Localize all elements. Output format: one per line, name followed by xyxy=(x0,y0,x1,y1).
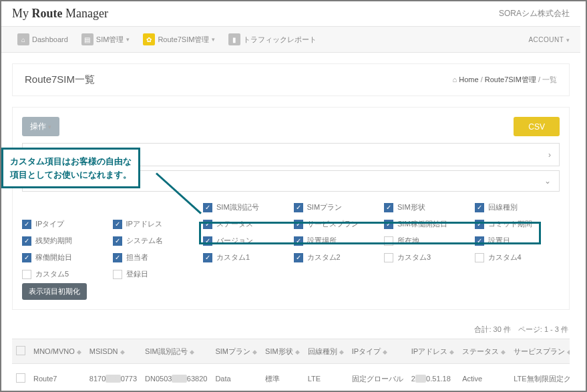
chevron-right-icon: › xyxy=(548,150,551,160)
table-header-2[interactable]: MSISDN ◆ xyxy=(85,339,141,364)
table-header-3[interactable]: SIM識別記号 ◆ xyxy=(141,339,211,364)
chevron-down-icon: ▾ xyxy=(566,37,570,43)
select-all-checkbox[interactable] xyxy=(16,346,25,355)
column-checkbox-10[interactable]: ✓SIM稼働開始日 xyxy=(384,219,469,229)
checkbox-label: IPタイプ xyxy=(35,219,64,229)
column-checkbox-17[interactable]: ✓設置日 xyxy=(475,236,560,246)
sort-icon: ◆ xyxy=(383,349,387,355)
checkbox-label: カスタム3 xyxy=(397,252,431,262)
column-checkbox-12[interactable]: ✓残契約期間 xyxy=(22,236,108,246)
row-checkbox[interactable] xyxy=(16,373,25,383)
chevron-down-icon: ⌄ xyxy=(544,176,551,186)
sort-icon: ◆ xyxy=(567,349,570,355)
table-header-9[interactable]: ステータス ◆ xyxy=(458,339,510,364)
cell-mno: Route7 xyxy=(29,364,85,391)
checkbox-icon: ✓ xyxy=(203,253,212,262)
column-checkbox-8[interactable]: ✓ステータス xyxy=(203,219,288,229)
chevron-down-icon: ▾ xyxy=(48,124,51,130)
checkbox-label: バージョン xyxy=(216,236,253,246)
checkbox-label: 登録日 xyxy=(126,269,148,279)
cell-simid: DN050300063820 xyxy=(141,364,211,391)
column-checkbox-20[interactable]: ✓カスタム1 xyxy=(203,252,288,262)
nav-icon: ✿ xyxy=(143,33,155,45)
sort-icon: ◆ xyxy=(449,349,454,355)
column-checkbox-4[interactable]: ✓SIM形状 xyxy=(384,202,469,212)
column-checkbox-24[interactable]: カスタム5 xyxy=(22,269,108,279)
column-checkbox-18[interactable]: ✓稼働開始日 xyxy=(22,252,108,262)
account-menu[interactable]: ACCOUNT ▾ xyxy=(528,36,570,43)
checkbox-label: 所在地 xyxy=(397,236,419,246)
table-header-5[interactable]: SIM形状 ◆ xyxy=(261,339,304,364)
column-checkbox-23[interactable]: カスタム4 xyxy=(475,252,560,262)
breadcrumb-mid[interactable]: Route7SIM管理 xyxy=(485,75,536,83)
company-name: SORAシム株式会社 xyxy=(499,8,570,19)
column-checkbox-15[interactable]: ✓設置場所 xyxy=(294,236,379,246)
table-row[interactable]: Route7 81700000773 DN050300063820 Data 標… xyxy=(12,364,570,391)
annotation-callout: カスタム項目はお客様の自由な 項目としてお使いになれます。 xyxy=(1,148,140,188)
column-checkbox-5[interactable]: ✓回線種別 xyxy=(475,202,560,212)
column-checkbox-7[interactable]: ✓IPアドレス xyxy=(113,219,198,229)
column-checkbox-2[interactable]: ✓SIM識別記号 xyxy=(203,202,288,212)
checkbox-label: コミット期間 xyxy=(488,219,532,229)
column-checkbox-14[interactable]: ✓バージョン xyxy=(203,236,288,246)
sort-icon: ◆ xyxy=(190,349,194,355)
breadcrumb-home[interactable]: Home xyxy=(459,75,478,83)
checkbox-icon: ✓ xyxy=(22,220,31,229)
sort-icon: ◆ xyxy=(501,349,506,355)
main-panel: 操作 ▾ CSV 検索 › ⌄ ✓SIM識別記号✓SIMプラン✓SIM形状✓回線… xyxy=(12,107,570,310)
column-checkbox-11[interactable]: ✓コミット期間 xyxy=(475,219,560,229)
nav-item-1[interactable]: ▤SIM管理▾ xyxy=(76,31,136,48)
reset-columns-button[interactable]: 表示項目初期化 xyxy=(22,283,87,300)
checkbox-label: 稼働開始日 xyxy=(35,252,72,262)
nav-label: SIM管理 xyxy=(96,35,124,45)
breadcrumb: ⌂ Home / Route7SIM管理 / 一覧 xyxy=(453,75,557,85)
table-header-7[interactable]: IPタイプ ◆ xyxy=(348,339,407,364)
checkbox-icon xyxy=(113,270,122,279)
cell-iptype: 固定グローバル xyxy=(348,364,407,391)
cell-ip: 2000.51.18 xyxy=(407,364,458,391)
checkbox-label: 残契約期間 xyxy=(35,236,72,246)
cell-line: LTE xyxy=(304,364,348,391)
checkbox-label: 回線種別 xyxy=(488,202,518,212)
checkbox-icon: ✓ xyxy=(475,203,484,212)
csv-button[interactable]: CSV xyxy=(514,117,560,136)
checkbox-icon xyxy=(475,253,484,262)
table-header-1[interactable]: MNO/MVNO ◆ xyxy=(29,339,85,364)
table-header-8[interactable]: IPアドレス ◆ xyxy=(407,339,458,364)
table-header-6[interactable]: 回線種別 ◆ xyxy=(304,339,348,364)
action-dropdown-button[interactable]: 操作 ▾ xyxy=(22,117,59,136)
topbar: My Route Manager SORAシム株式会社 xyxy=(1,1,580,27)
table-header-0 xyxy=(12,339,29,364)
checkbox-label: カスタム5 xyxy=(35,269,69,279)
column-checkbox-9[interactable]: ✓サービスプラン xyxy=(294,219,379,229)
sort-icon: ◆ xyxy=(77,349,81,355)
column-checkbox-25[interactable]: 登録日 xyxy=(113,269,198,279)
column-checkbox-21[interactable]: ✓カスタム2 xyxy=(294,252,379,262)
checkbox-label: SIM稼働開始日 xyxy=(397,219,447,229)
nav-item-3[interactable]: ▮トラフィックレポート xyxy=(223,31,322,48)
column-checkbox-16[interactable]: 所在地 xyxy=(384,236,469,246)
sim-table: MNO/MVNO ◆MSISDN ◆SIM識別記号 ◆SIMプラン ◆SIM形状… xyxy=(12,339,570,391)
column-checkbox-13[interactable]: ✓システム名 xyxy=(113,236,198,246)
column-checkbox-1 xyxy=(113,202,198,212)
column-checkbox-22[interactable]: カスタム3 xyxy=(384,252,469,262)
checkbox-icon: ✓ xyxy=(22,236,31,246)
chevron-down-icon: ▾ xyxy=(212,36,215,43)
page-title: Route7SIM一覧 xyxy=(25,73,95,86)
checkbox-icon: ✓ xyxy=(203,203,212,212)
cell-shape: 標準 xyxy=(261,364,304,391)
nav-icon: ▤ xyxy=(81,33,93,45)
checkbox-icon: ✓ xyxy=(22,253,31,262)
checkbox-icon xyxy=(22,270,31,279)
navbar: ⌂Dashboard▤SIM管理▾✿Route7SIM管理▾▮トラフィックレポー… xyxy=(1,27,580,53)
checkbox-label: SIM識別記号 xyxy=(216,202,259,212)
nav-item-0[interactable]: ⌂Dashboard xyxy=(12,31,73,48)
column-checkbox-6[interactable]: ✓IPタイプ xyxy=(22,219,108,229)
column-checkbox-3[interactable]: ✓SIMプラン xyxy=(294,202,379,212)
table-header-10[interactable]: サービスプラン ◆ xyxy=(510,339,570,364)
column-checkbox-19[interactable]: ✓担当者 xyxy=(113,252,198,262)
checkbox-label: システム名 xyxy=(126,236,163,246)
nav-item-2[interactable]: ✿Route7SIM管理▾ xyxy=(138,31,220,48)
table-header-4[interactable]: SIMプラン ◆ xyxy=(211,339,261,364)
breadcrumb-current: 一覧 xyxy=(542,75,557,83)
